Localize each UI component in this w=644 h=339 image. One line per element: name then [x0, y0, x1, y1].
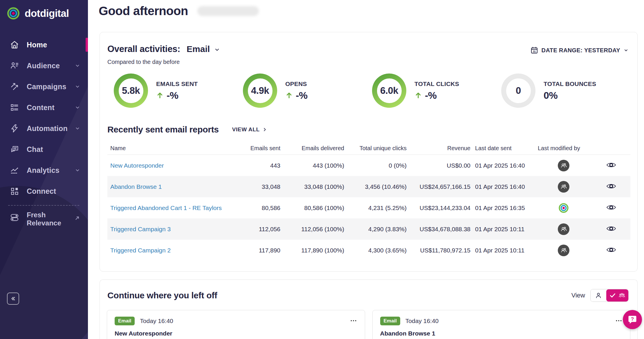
sidebar-item-chat[interactable]: Chat [0, 139, 88, 160]
recent-item-card[interactable]: EmailToday 16:40New Autoresponder [107, 310, 365, 339]
last-modified-by-cell [533, 202, 591, 214]
chevron-down-icon[interactable] [214, 46, 220, 53]
stat-ring: 6.0k [372, 73, 406, 108]
view-report-button[interactable] [605, 224, 617, 234]
unique-clicks-cell: 4,300 (3.65%) [345, 247, 408, 254]
sidebar-item-content[interactable]: Content [0, 97, 88, 118]
overall-activities-title: Overall activities: [107, 44, 180, 54]
sidebar-item-label: Connect [27, 187, 56, 195]
sidebar-item-home[interactable]: Home [0, 34, 88, 55]
last-date-sent-cell: 01 Apr 2025 16:40 [472, 162, 533, 169]
view-all-link[interactable]: VIEW ALL [232, 126, 267, 133]
view-toggle-team-selected[interactable] [606, 289, 628, 302]
check-icon [609, 292, 616, 299]
table-row: Abandon Browse 133,04833,048 (100%)3,456… [107, 176, 630, 197]
stat-ring: 0 [501, 73, 535, 108]
emails-delivered-cell: 80,586 (100%) [282, 205, 345, 211]
continue-card: Continue where you left off View [100, 279, 638, 339]
greeting-row: Good afternoon [99, 4, 259, 18]
collapse-chevrons-icon [10, 295, 17, 302]
recent-cards-row: EmailToday 16:40New AutoresponderEmailTo… [100, 310, 637, 339]
sidebar-item-automation[interactable]: Automation [0, 118, 88, 139]
table-row: Triggered Abandoned Cart 1 - RE Taylors8… [107, 197, 630, 218]
sidebar-item-campaigns[interactable]: Campaigns [0, 76, 88, 97]
last-modified-by-cell [533, 160, 591, 171]
sidebar-item-connect[interactable]: Connect [0, 181, 88, 202]
card-menu-button[interactable] [350, 317, 357, 325]
card-timestamp: Today 16:40 [405, 318, 439, 324]
last-date-sent-cell: 01 Apr 2025 10:11 [472, 226, 533, 233]
stat-value: 6.0k [380, 85, 398, 96]
revenue-cell: US$23,144,233.04 [408, 205, 472, 211]
stat-ring: 4.9k [243, 73, 277, 108]
sidebar: dotdigital HomeAudienceCampaignsContentA… [0, 0, 88, 339]
column-header: Name [107, 145, 244, 152]
emails-delivered-cell: 33,048 (100%) [282, 183, 345, 190]
view-report-button[interactable] [605, 182, 617, 192]
emails-delivered-cell: 117,890 (100%) [282, 247, 345, 254]
view-report-button[interactable] [605, 160, 617, 171]
comparison-subtitle: Compared to the day before [107, 59, 220, 65]
column-header: Emails sent [244, 145, 282, 152]
chevron-down-icon [75, 125, 80, 131]
revenue-cell: US$34,678,088.38 [408, 226, 472, 233]
view-report-button[interactable] [605, 203, 617, 213]
svg-text:?: ? [631, 316, 634, 322]
channel-selector[interactable]: Email [187, 44, 210, 54]
sidebar-item-analytics[interactable]: Analytics [0, 160, 88, 181]
sidebar-item-audience[interactable]: Audience [0, 55, 88, 76]
view-report-button[interactable] [605, 245, 617, 255]
sidebar-item-label: Chat [27, 145, 43, 154]
stat-delta: -% [167, 90, 178, 101]
chevron-down-icon [623, 48, 629, 53]
card-menu-button[interactable] [615, 317, 623, 325]
emails-sent-cell: 80,586 [244, 205, 282, 211]
view-toggle-user[interactable] [591, 289, 606, 302]
unique-clicks-cell: 4,290 (3.83%) [345, 226, 408, 233]
stat-delta: -% [425, 90, 437, 101]
column-header: Last date sent [472, 145, 533, 152]
last-date-sent-cell: 01 Apr 2025 16:40 [472, 183, 533, 190]
brand-logo[interactable]: dotdigital [0, 0, 88, 20]
last-date-sent-cell: 01 Apr 2025 10:11 [472, 247, 533, 254]
eye-icon [606, 183, 616, 190]
recent-item-card[interactable]: EmailToday 16:40Abandon Browse 1 [372, 310, 631, 339]
external-link-icon [74, 215, 80, 221]
help-question-bubble-icon: ? [627, 314, 638, 325]
sidebar-collapse-button[interactable] [7, 293, 19, 305]
report-name-link[interactable]: Triggered Campaign 3 [110, 226, 171, 232]
emails-sent-cell: 443 [244, 162, 282, 169]
toggles-icon [9, 213, 20, 222]
table-row: Triggered Campaign 2117,890117,890 (100%… [107, 240, 630, 261]
report-name-link[interactable]: Triggered Campaign 2 [110, 247, 171, 254]
table-header-row: NameEmails sentEmails deliveredTotal uni… [107, 142, 630, 155]
date-range-selector[interactable]: 31 DATE RANGE: YESTERDAY [530, 46, 629, 54]
dotdigital-logo-icon [6, 6, 20, 20]
campaigns-icon [9, 82, 20, 91]
group-icon [618, 292, 625, 299]
active-indicator [86, 38, 88, 52]
team-avatar [558, 181, 569, 193]
revenue-cell: US$24,657,166.15 [408, 183, 472, 190]
sidebar-item-fresh-relevance[interactable]: Fresh Relevance [0, 209, 88, 234]
table-row: New Autoresponder443443 (100%)0 (0%)US$0… [107, 155, 630, 176]
report-name-link[interactable]: Triggered Abandoned Cart 1 - RE Taylors [110, 205, 222, 211]
chevron-down-icon [75, 167, 80, 173]
stat-delta: -% [296, 90, 308, 101]
report-name-link[interactable]: Abandon Browse 1 [110, 183, 162, 190]
stat-value: 0 [516, 85, 521, 96]
unique-clicks-cell: 0 (0%) [345, 162, 408, 169]
eye-icon [606, 225, 616, 232]
report-name-link[interactable]: New Autoresponder [110, 162, 164, 169]
view-label: View [571, 292, 585, 299]
last-modified-by-cell [533, 181, 591, 193]
trend-up-icon [156, 92, 164, 99]
column-header: Emails delivered [282, 145, 345, 152]
analytics-icon [9, 166, 20, 175]
trend-up-icon [414, 92, 422, 99]
sidebar-item-label: Audience [27, 62, 60, 70]
more-dots-icon [350, 317, 357, 324]
column-header: Revenue [408, 145, 472, 152]
help-button[interactable]: ? [623, 310, 642, 329]
chevron-right-icon [262, 127, 267, 132]
